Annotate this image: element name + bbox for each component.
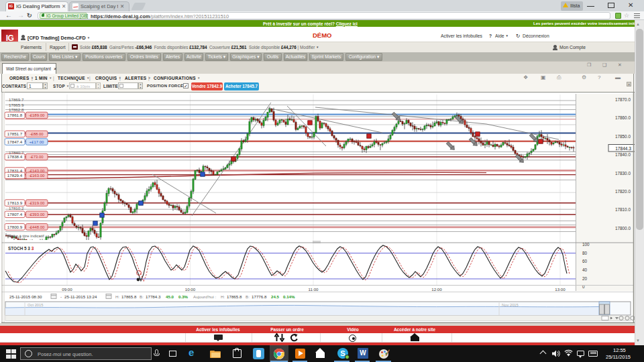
svg-text:17860.0: 17860.0 bbox=[615, 115, 631, 120]
svg-text:09:00: 09:00 bbox=[62, 287, 72, 292]
svg-text:17861.8: 17861.8 bbox=[7, 113, 23, 117]
svg-text:Valeur à titre indicatif: Valeur à titre indicatif bbox=[7, 234, 44, 238]
svg-text:17865.8: 17865.8 bbox=[121, 294, 137, 299]
svg-text:17810.2: 17810.2 bbox=[9, 206, 24, 210]
svg-text:17820.0: 17820.0 bbox=[615, 189, 631, 194]
svg-text:B:: B: bbox=[140, 294, 144, 299]
svg-text:17800.9: 17800.9 bbox=[7, 225, 23, 229]
svg-text:45.0: 45.0 bbox=[166, 294, 174, 299]
svg-text:11:00: 11:00 bbox=[308, 287, 319, 292]
svg-text:0.3%: 0.3% bbox=[178, 294, 189, 299]
svg-text:17800.0: 17800.0 bbox=[615, 226, 631, 231]
svg-text:17813.9: 17813.9 bbox=[7, 200, 23, 205]
svg-text:-£163.00: -£163.00 bbox=[29, 174, 45, 178]
svg-text:20: 20 bbox=[582, 276, 588, 281]
svg-text:13:00: 13:00 bbox=[555, 287, 566, 292]
svg-text:B:: B: bbox=[246, 294, 250, 299]
svg-text:25-11-2015 13:24: 25-11-2015 13:24 bbox=[64, 294, 97, 299]
svg-text:17830.0: 17830.0 bbox=[615, 171, 631, 176]
svg-text:17865.8: 17865.8 bbox=[227, 294, 242, 299]
svg-text:17829.4: 17829.4 bbox=[7, 173, 23, 178]
svg-text:Oct 2015: Oct 2015 bbox=[28, 303, 44, 307]
svg-text:STOCH 5 3 3: STOCH 5 3 3 bbox=[8, 246, 34, 251]
svg-text:+£17.00: +£17.00 bbox=[30, 140, 45, 144]
svg-text:40: 40 bbox=[582, 267, 588, 272]
svg-text:10:00: 10:00 bbox=[185, 287, 196, 292]
svg-text:100: 100 bbox=[582, 242, 590, 247]
svg-text:17844.3: 17844.3 bbox=[615, 146, 631, 151]
svg-text:17810.0: 17810.0 bbox=[615, 207, 631, 212]
svg-text:17862.8: 17862.8 bbox=[9, 107, 24, 112]
svg-text:-£393.00: -£393.00 bbox=[29, 213, 45, 217]
svg-text:17807.4: 17807.4 bbox=[7, 212, 23, 217]
svg-text:60: 60 bbox=[582, 259, 588, 263]
svg-text:25-11-2015 08:30: 25-11-2015 08:30 bbox=[9, 294, 42, 299]
svg-text:12:00: 12:00 bbox=[431, 287, 442, 292]
svg-text:17869.7: 17869.7 bbox=[9, 97, 24, 102]
svg-text:H:: H: bbox=[115, 294, 119, 299]
svg-text:-£189.00: -£189.00 bbox=[29, 113, 45, 117]
svg-text:0: 0 bbox=[582, 284, 585, 289]
svg-text:17840.0: 17840.0 bbox=[615, 152, 631, 157]
svg-text:-: - bbox=[60, 294, 62, 299]
svg-text:17850.0: 17850.0 bbox=[615, 134, 631, 139]
svg-text:17847.4: 17847.4 bbox=[7, 139, 23, 144]
svg-text:-£73.00: -£73.00 bbox=[30, 155, 44, 159]
svg-text:24.5: 24.5 bbox=[271, 294, 280, 299]
svg-text:17838.4: 17838.4 bbox=[7, 154, 23, 159]
svg-text:Nov 2015: Nov 2015 bbox=[502, 303, 519, 307]
svg-text:-£319.00: -£319.00 bbox=[29, 201, 45, 205]
svg-text:17784.3: 17784.3 bbox=[146, 294, 161, 299]
svg-text:Aujourd'hui :: Aujourd'hui : bbox=[193, 294, 216, 299]
svg-text:0.14%: 0.14% bbox=[283, 294, 295, 299]
svg-text:17870.0: 17870.0 bbox=[615, 97, 631, 102]
svg-text:17840.7: 17840.7 bbox=[9, 150, 24, 155]
svg-text:80: 80 bbox=[582, 251, 588, 255]
svg-text:17851.7: 17851.7 bbox=[7, 131, 23, 136]
svg-text:17776.8: 17776.8 bbox=[252, 294, 267, 299]
svg-text:-£448.00: -£448.00 bbox=[29, 225, 45, 229]
svg-text:-£88.00: -£88.00 bbox=[30, 132, 44, 136]
svg-text:H:: H: bbox=[221, 294, 225, 299]
